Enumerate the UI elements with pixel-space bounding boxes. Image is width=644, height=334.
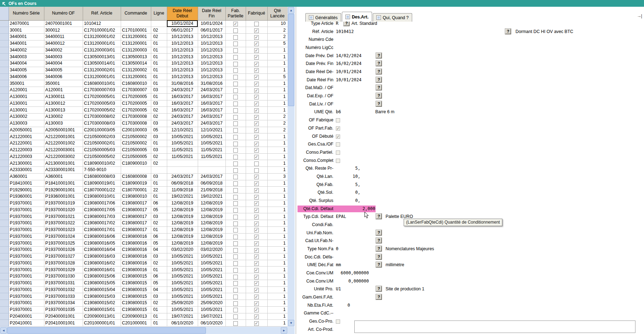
cell[interactable]: C200900013 — [121, 313, 151, 320]
cell[interactable]: P19370001033 — [44, 293, 83, 300]
checkbox-icon[interactable] — [254, 241, 259, 246]
checkbox-icon[interactable] — [254, 295, 259, 299]
cell[interactable]: 1 — [267, 167, 288, 174]
cell[interactable]: C200100003 — [121, 127, 151, 133]
cell[interactable]: 1 — [267, 293, 288, 300]
cell[interactable]: 5 — [267, 73, 288, 80]
checkbox-icon[interactable] — [233, 261, 238, 266]
cell-fab-partielle[interactable] — [225, 34, 246, 40]
cell[interactable]: A360001 — [44, 173, 83, 180]
cell[interactable]: P19370001024 — [44, 233, 83, 240]
cell[interactable]: P19370001020 — [44, 207, 83, 213]
cell[interactable]: 16/03/2017 — [167, 93, 198, 100]
checkbox-icon[interactable] — [254, 268, 259, 273]
cell[interactable]: 16/03/2017 — [167, 100, 198, 107]
cell[interactable]: 19/07/2021 — [167, 313, 198, 320]
checkbox-icon[interactable] — [233, 115, 238, 120]
checkbox-icon[interactable] — [254, 261, 259, 266]
help-button[interactable]: ? — [376, 294, 382, 300]
cell-fab-partielle[interactable] — [225, 180, 246, 187]
cell-fab-partielle[interactable] — [225, 20, 246, 27]
table-row[interactable]: P19370001P19370001025C190800016/05C19080… — [0, 240, 288, 247]
cell[interactable]: C190800016 — [121, 260, 151, 267]
cell[interactable]: 10/01/2024 — [198, 20, 225, 27]
cell[interactable]: A21300001001 — [44, 160, 83, 167]
checkbox-icon[interactable] — [233, 221, 238, 226]
cell[interactable]: 11/09/2018 — [167, 187, 198, 193]
cell-fab-partielle[interactable] — [225, 87, 246, 94]
cell[interactable]: 06/10/2020 — [198, 320, 225, 327]
cell[interactable]: 10 — [267, 20, 288, 27]
field-value[interactable]: 1010412 — [336, 28, 354, 36]
checkbox-icon[interactable] — [233, 88, 238, 93]
checkbox-icon[interactable] — [233, 281, 238, 286]
cell[interactable]: C170200005 — [121, 107, 151, 114]
checkbox-icon[interactable] — [233, 28, 238, 33]
cell[interactable]: P19370001032 — [44, 286, 83, 293]
cell[interactable]: C190800017 — [121, 213, 151, 220]
cell[interactable]: 3440006 — [9, 73, 44, 80]
table-row[interactable]: A130001A1300011C170200005/01C17020000501… — [0, 93, 288, 100]
cell[interactable]: C190800015 — [121, 293, 151, 300]
cell[interactable]: C190800017/05 — [83, 207, 121, 213]
field-value[interactable]: 0,000000 — [336, 277, 369, 285]
row-selector[interactable] — [0, 313, 9, 320]
cell[interactable]: 1 — [267, 247, 288, 253]
cell[interactable]: 12/08/2019 — [198, 240, 225, 247]
cell[interactable]: 01 — [151, 180, 167, 187]
table-row[interactable]: 34400063440006C131200001/01C131200001011… — [0, 73, 288, 80]
cell[interactable]: 1 — [267, 280, 288, 286]
cell-fabrique[interactable] — [246, 300, 267, 307]
cell[interactable]: 02 — [151, 260, 167, 267]
field-checkbox[interactable] — [336, 135, 340, 139]
cell[interactable]: 1 — [267, 60, 288, 67]
column-header[interactable]: Qté Lancée — [267, 7, 288, 20]
table-row[interactable]: P19370001P19370001027C190800016/03C19080… — [0, 253, 288, 260]
cell[interactable]: C190800016/02 — [83, 260, 121, 267]
tab-generalites[interactable]: Généralités — [305, 13, 341, 22]
checkbox-icon[interactable] — [254, 128, 259, 133]
cell[interactable]: P19370001027 — [44, 253, 83, 260]
cell[interactable]: 03/02/2020 — [167, 247, 198, 253]
cell[interactable]: C190800017 — [121, 200, 151, 207]
cell[interactable]: 1 — [267, 187, 288, 193]
checkbox-icon[interactable] — [233, 142, 238, 146]
checkbox-icon[interactable] — [254, 55, 259, 60]
cell-fabrique[interactable] — [246, 107, 267, 114]
cell[interactable]: P19370001025 — [44, 240, 83, 247]
cell[interactable]: 01 — [151, 313, 167, 320]
cell[interactable]: 06/01/2017 — [167, 27, 198, 34]
checkbox-icon[interactable] — [233, 55, 238, 60]
cell[interactable]: C201000001 — [121, 320, 151, 327]
cell[interactable]: 1 — [267, 306, 288, 313]
cell-fabrique[interactable] — [246, 87, 267, 94]
checkbox-icon[interactable] — [254, 321, 259, 326]
cell[interactable]: P19370001 — [9, 286, 44, 293]
cell[interactable]: 10/05/2021 — [167, 140, 198, 147]
cell[interactable]: 10/05/2021 — [167, 273, 198, 280]
field-checkbox[interactable] — [336, 159, 340, 163]
field-value[interactable]: 2,000 — [336, 205, 375, 213]
cell[interactable]: 03 — [151, 87, 167, 94]
cell[interactable]: 03 — [151, 100, 167, 107]
cell-fab-partielle[interactable] — [225, 60, 246, 67]
cell-fab-partielle[interactable] — [225, 253, 246, 260]
horizontal-scroll-thumb[interactable] — [7, 327, 206, 334]
cell[interactable]: P19370001029 — [44, 267, 83, 273]
cell-fabrique[interactable] — [246, 240, 267, 247]
cell[interactable]: P19370001 — [9, 233, 44, 240]
cell-fab-partielle[interactable] — [225, 320, 246, 327]
cell[interactable]: 16/03/2017 — [198, 93, 225, 100]
cell[interactable]: C190800016 — [121, 253, 151, 260]
cell[interactable]: 12/08/2019 — [167, 220, 198, 227]
cell[interactable]: 11/05/2021 — [167, 153, 198, 160]
cell-fab-partielle[interactable] — [225, 267, 246, 273]
cell-fab-partielle[interactable] — [225, 247, 246, 253]
cell-fabrique[interactable] — [246, 233, 267, 240]
cell-fabrique[interactable] — [246, 306, 267, 313]
table-row[interactable]: A20050001A20050001001C200100003/05C20010… — [0, 127, 288, 133]
checkbox-icon[interactable] — [233, 128, 238, 133]
cell-fab-partielle[interactable] — [225, 240, 246, 247]
table-row[interactable]: P18410001P18410001001C180900019/01C18090… — [0, 180, 288, 187]
checkbox-icon[interactable] — [233, 168, 238, 173]
